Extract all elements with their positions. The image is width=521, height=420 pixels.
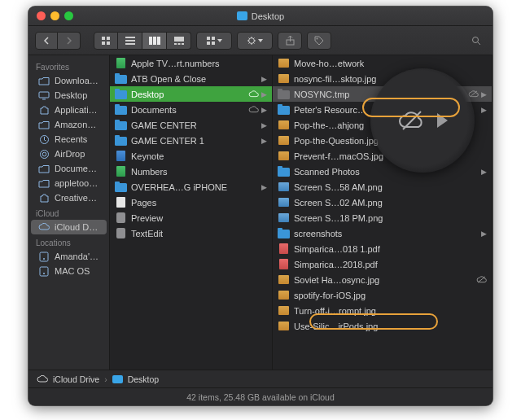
- svg-point-20: [317, 37, 318, 39]
- window-title: Desktop: [28, 11, 493, 21]
- file-row[interactable]: Turn-off-i…rompt.jpg: [273, 303, 492, 318]
- close-icon[interactable]: [37, 11, 46, 20]
- file-row[interactable]: ATB Open & Close▶: [110, 71, 272, 86]
- file-row[interactable]: Desktop▶: [110, 86, 272, 102]
- folder-icon: [278, 230, 290, 238]
- desktop-icon: [38, 90, 50, 100]
- file-name: Scanned Photos: [294, 167, 477, 177]
- share-button[interactable]: [278, 32, 302, 50]
- file-row[interactable]: Soviet Ha…osync.jpg: [273, 272, 492, 287]
- file-row[interactable]: Preview: [110, 210, 272, 225]
- file-row[interactable]: Move-ho…etwork: [273, 55, 492, 71]
- icon-view-button[interactable]: [94, 32, 118, 50]
- column-view-button[interactable]: [142, 32, 167, 50]
- svg-rect-12: [177, 43, 180, 45]
- file-row[interactable]: spotify-for-iOS.jpg: [273, 287, 492, 303]
- file-name: Simparica…2018.pdf: [294, 260, 483, 269]
- file-row[interactable]: Screen S…18 PM.png: [273, 210, 492, 225]
- file-name: Apple TV…rt.numbers: [131, 59, 263, 68]
- file-name: Turn-off-i…rompt.jpg: [294, 306, 483, 316]
- folder-icon: [112, 375, 123, 383]
- column-1[interactable]: Apple TV…rt.numbersATB Open & Close▶Desk…: [110, 55, 273, 370]
- file-row[interactable]: GAME CENTER▶: [110, 117, 272, 133]
- file-row[interactable]: screenshots▶: [273, 225, 492, 241]
- svg-rect-1: [107, 37, 110, 40]
- svg-point-24: [40, 150, 48, 158]
- path-segment[interactable]: iCloud Drive: [53, 374, 99, 384]
- svg-point-21: [473, 37, 479, 42]
- path-bar[interactable]: iCloud Drive › Desktop: [28, 370, 493, 387]
- action-dropdown[interactable]: [237, 32, 273, 50]
- zoom-icon[interactable]: [64, 11, 73, 20]
- titlebar[interactable]: Desktop: [28, 7, 493, 26]
- file-name: Screen S…02 AM.png: [294, 198, 483, 208]
- sidebar-item[interactable]: Recents: [31, 132, 107, 147]
- sidebar-item[interactable]: Downloa…: [31, 73, 107, 88]
- sidebar-item[interactable]: Applicati…: [31, 103, 107, 117]
- sidebar-item-label: AirDrop: [55, 149, 85, 159]
- sidebar-item[interactable]: Desktop: [31, 88, 107, 103]
- sidebar-item[interactable]: appletoo…: [31, 176, 107, 190]
- sidebar-item-label: MAC OS: [55, 266, 90, 276]
- minimize-icon[interactable]: [50, 11, 59, 20]
- file-row[interactable]: GAME CENTER 1▶: [110, 133, 272, 148]
- chevron-right-icon: ▶: [481, 90, 487, 98]
- sidebar-item[interactable]: iCloud D…: [31, 220, 107, 234]
- keynote-icon: [116, 151, 125, 161]
- search-field[interactable]: [466, 36, 486, 46]
- sidebar-item[interactable]: Amanda'…: [31, 249, 107, 264]
- folder-icon: [115, 75, 127, 84]
- image-icon: [278, 59, 289, 68]
- svg-rect-6: [125, 43, 135, 45]
- sidebar-item[interactable]: AirDrop: [31, 147, 107, 161]
- file-row[interactable]: Pages: [110, 195, 272, 210]
- airdrop-icon: [38, 149, 50, 159]
- arrange-dropdown[interactable]: [196, 32, 232, 50]
- gallery-view-button[interactable]: [167, 32, 191, 50]
- chevron-right-icon: ▶: [481, 230, 487, 238]
- image-icon: [278, 275, 289, 284]
- file-row[interactable]: Use-Silic…irPods.jpg: [273, 318, 492, 334]
- file-row[interactable]: Screen S…58 AM.png: [273, 179, 492, 195]
- tags-button[interactable]: [307, 32, 331, 50]
- folder-icon: [237, 11, 247, 20]
- sidebar-item-label: Amanda'…: [55, 252, 99, 261]
- file-row[interactable]: TextEdit: [110, 225, 272, 241]
- sidebar-item[interactable]: Amazon…: [31, 117, 107, 132]
- file-row[interactable]: Simparica…018 1.pdf: [273, 241, 492, 256]
- file-row[interactable]: Apple TV…rt.numbers: [110, 55, 272, 71]
- sidebar-item[interactable]: Creative…: [31, 190, 107, 205]
- file-row[interactable]: Screen S…02 AM.png: [273, 195, 492, 210]
- sidebar-item-label: Applicati…: [55, 105, 98, 115]
- svg-rect-8: [153, 37, 156, 45]
- folder-icon: [115, 183, 127, 192]
- svg-rect-13: [182, 43, 184, 45]
- file-row[interactable]: OVERHEA…G iPHONE▶: [110, 179, 272, 195]
- back-button[interactable]: [35, 32, 58, 50]
- image-icon: [278, 291, 289, 300]
- image-icon: [278, 136, 289, 145]
- file-row[interactable]: Simparica…2018.pdf: [273, 256, 492, 272]
- svg-rect-28: [40, 267, 48, 276]
- file-row[interactable]: Keynote: [110, 148, 272, 164]
- svg-rect-14: [207, 37, 210, 40]
- file-row[interactable]: Scanned Photos▶: [273, 164, 492, 179]
- chevron-right-icon: ▶: [261, 75, 267, 83]
- file-name: TextEdit: [131, 229, 263, 238]
- list-view-button[interactable]: [118, 32, 142, 50]
- svg-rect-0: [102, 37, 105, 40]
- sidebar-item-label: appletoo…: [55, 178, 98, 188]
- svg-rect-9: [157, 37, 160, 45]
- cloud-icon: [37, 375, 48, 383]
- file-row[interactable]: Documents▶: [110, 102, 272, 117]
- file-row[interactable]: Numbers: [110, 164, 272, 179]
- sidebar-item[interactable]: Docume…: [31, 161, 107, 176]
- sidebar-item[interactable]: MAC OS: [31, 264, 107, 278]
- folder-icon: [278, 106, 290, 115]
- path-segment[interactable]: Desktop: [128, 374, 160, 384]
- cloud-icon: [248, 106, 259, 113]
- forward-button[interactable]: [58, 32, 81, 50]
- image-icon: [278, 198, 289, 207]
- sidebar-header: Locations: [28, 234, 109, 249]
- image-icon: [278, 74, 289, 83]
